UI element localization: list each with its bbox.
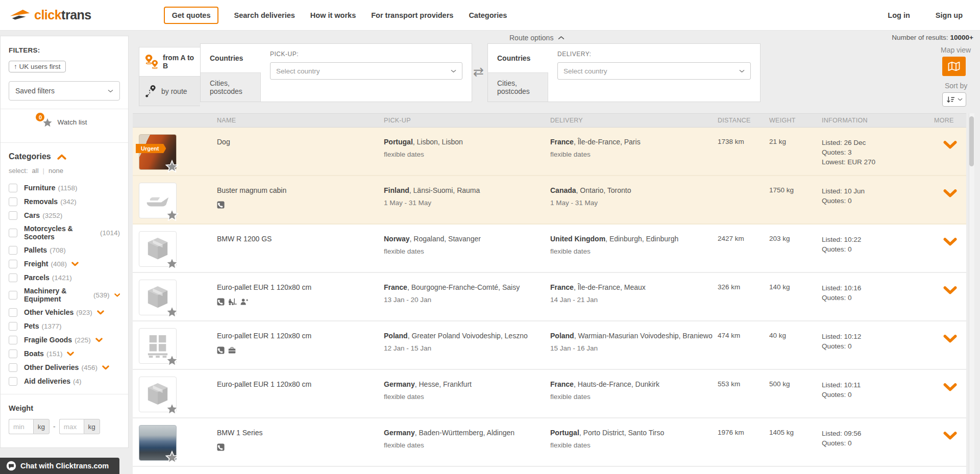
listing-photo[interactable] — [139, 425, 177, 461]
category-checkbox[interactable] — [9, 229, 17, 237]
category-checkbox[interactable] — [9, 273, 17, 282]
chevron-down-icon[interactable] — [71, 262, 79, 266]
separator: | — [43, 167, 44, 174]
tab-by-route[interactable]: by route — [139, 77, 200, 106]
category-checkbox[interactable] — [9, 211, 17, 220]
category-label: Parcels — [24, 273, 50, 282]
nav-search-deliveries[interactable]: Search deliveries — [234, 11, 295, 19]
chevron-down-icon[interactable] — [97, 310, 104, 315]
weight-cell: 21 kg — [769, 128, 822, 145]
category-checkbox[interactable] — [9, 184, 17, 192]
star-icon[interactable] — [165, 305, 179, 318]
star-icon[interactable] — [165, 451, 179, 463]
saved-filters-select[interactable]: Saved filters — [9, 81, 120, 101]
category-checkbox[interactable] — [9, 322, 17, 331]
category-checkbox[interactable] — [9, 377, 17, 386]
chevron-down-icon[interactable] — [114, 293, 120, 297]
expand-chevron-icon[interactable] — [943, 432, 957, 440]
signup-link[interactable]: Sign up — [936, 11, 963, 19]
category-checkbox[interactable] — [9, 246, 17, 255]
listing-thumbnail[interactable] — [139, 328, 177, 364]
distance-cell: 474 km — [718, 321, 769, 339]
listing-name[interactable]: Euro-pallet EUR 1 120x80 cm — [217, 380, 384, 388]
info-listed: Listed: 10:22 — [822, 235, 934, 244]
delivery-label: DELIVERY: — [557, 51, 751, 58]
category-label: Other Deliveries — [24, 363, 79, 371]
star-icon[interactable] — [165, 354, 179, 366]
listing-thumbnail[interactable] — [139, 280, 177, 315]
uk-users-first-button[interactable]: ↑ UK users first — [9, 61, 66, 72]
nav-get-quotes[interactable]: Get quotes — [164, 7, 219, 24]
chevron-down-icon[interactable] — [95, 338, 103, 342]
tab-cities-postcodes[interactable]: Cities, postcodes — [488, 72, 548, 102]
star-icon[interactable] — [165, 402, 179, 415]
scrollbar-track — [969, 113, 974, 474]
tab-countries[interactable]: Countries — [201, 44, 261, 72]
expand-chevron-icon[interactable] — [943, 238, 957, 246]
map-view-button[interactable] — [942, 57, 966, 76]
select-all-link[interactable]: all — [32, 167, 39, 174]
table-row[interactable]: Urgent Dog Portugal, Lisbon, Lisbon flex… — [133, 128, 966, 176]
listing-name[interactable]: BMW R 1200 GS — [217, 235, 384, 243]
chevron-down-icon[interactable] — [102, 365, 109, 370]
delivery-country-select[interactable]: Select country — [557, 62, 751, 80]
category-checkbox[interactable] — [9, 197, 17, 206]
listing-thumbnail[interactable] — [139, 377, 177, 412]
pickup-country-select[interactable]: Select country — [270, 62, 462, 80]
category-count: (1014) — [100, 229, 120, 237]
category-checkbox[interactable] — [9, 308, 17, 317]
weight-min-input[interactable] — [9, 419, 33, 434]
pickup-country: Finland — [384, 186, 409, 194]
category-checkbox[interactable] — [9, 336, 17, 344]
table-row[interactable]: Euro-pallet EUR 1 120x80 cm Germany, Hes… — [133, 370, 966, 418]
expand-chevron-icon[interactable] — [943, 189, 957, 197]
scrollbar-thumb[interactable] — [969, 116, 974, 166]
delivery-country: Portugal — [550, 429, 579, 437]
nav-how-it-works[interactable]: How it works — [310, 11, 356, 19]
star-icon[interactable] — [165, 257, 179, 269]
table-row[interactable]: BMW 1 Series Germany, Baden-Württemberg,… — [133, 418, 966, 467]
table-row[interactable]: Buster magnum cabin Finland, Länsi-Suomi… — [133, 176, 966, 224]
listing-thumbnail[interactable] — [139, 183, 177, 218]
listing-photo[interactable]: Urgent — [139, 134, 177, 170]
category-label: Fragile Goods — [24, 336, 72, 344]
category-checkbox[interactable] — [9, 291, 17, 300]
login-link[interactable]: Log in — [888, 11, 910, 19]
listing-name[interactable]: BMW 1 Series — [217, 429, 384, 437]
table-row[interactable]: BMW R 1200 GS Norway, Rogaland, Stavange… — [133, 224, 966, 273]
listing-thumbnail[interactable] — [139, 231, 177, 267]
expand-chevron-icon[interactable] — [943, 141, 957, 149]
tab-countries[interactable]: Countries — [488, 44, 548, 72]
nav-for-transport-providers[interactable]: For transport providers — [371, 11, 453, 19]
listing-name[interactable]: Euro-pallet EUR 1 120x80 cm — [217, 283, 384, 291]
expand-chevron-icon[interactable] — [943, 383, 957, 391]
sort-by-button[interactable] — [942, 92, 966, 107]
category-label: Furniture — [24, 184, 55, 192]
tab-from-a-to-b[interactable]: from A to B — [139, 47, 200, 77]
star-icon[interactable] — [165, 208, 179, 221]
weight-max-input[interactable] — [59, 419, 84, 434]
listing-name[interactable]: Euro-pallet EUR 1 120x80 cm — [217, 332, 384, 340]
pickup-select-placeholder: Select country — [276, 67, 320, 75]
tab-cities-postcodes[interactable]: Cities, postcodes — [201, 72, 261, 102]
table-row[interactable]: Euro-pallet EUR 1 120x80 cm France, Bour… — [133, 273, 966, 321]
clicktrans-logo[interactable]: clicktrans — [9, 8, 91, 22]
category-checkbox[interactable] — [9, 260, 17, 268]
nav-categories[interactable]: Categories — [469, 11, 507, 19]
expand-chevron-icon[interactable] — [943, 335, 957, 343]
category-label: Motorcycles & Scooters — [24, 224, 97, 241]
route-options-toggle[interactable]: Route options — [509, 34, 565, 42]
table-row[interactable]: Euro-pallet EUR 1 120x80 cm Poland, Grea… — [133, 321, 966, 370]
category-checkbox[interactable] — [9, 350, 17, 358]
expand-chevron-icon[interactable] — [943, 286, 957, 294]
select-none-link[interactable]: none — [48, 167, 63, 174]
chat-widget[interactable]: Chat with Clicktrans.com — [0, 458, 119, 474]
listing-name[interactable]: Buster magnum cabin — [217, 186, 384, 194]
chevron-down-icon[interactable] — [67, 352, 74, 356]
swap-icon[interactable]: ⇄ — [473, 64, 484, 79]
watch-list[interactable]: 0 Watch list — [9, 109, 120, 134]
star-icon[interactable] — [165, 160, 179, 172]
category-checkbox[interactable] — [9, 363, 17, 372]
listing-name[interactable]: Dog — [217, 138, 384, 146]
categories-section-toggle[interactable]: Categories — [9, 152, 120, 161]
